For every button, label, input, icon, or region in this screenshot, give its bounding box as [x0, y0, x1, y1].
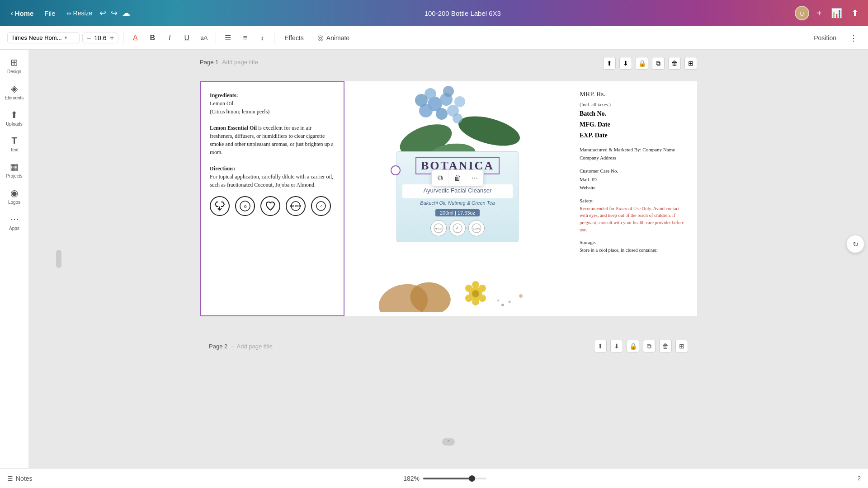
chevron-up-icon: ⌃ — [447, 440, 450, 445]
resize-label: Resize — [73, 9, 93, 17]
chevron-left-icon: ‹ — [11, 9, 13, 17]
zoom-slider-fill — [423, 478, 475, 479]
refresh-icon: ↻ — [853, 240, 859, 249]
file-label: File — [44, 9, 55, 17]
ingredients-text: Ingredients: Lemon Oil (Citrus limon; le… — [210, 91, 335, 189]
svg-point-30 — [472, 281, 479, 288]
page2-prev-button[interactable]: ⬆ — [594, 340, 607, 352]
bold-button[interactable]: B — [145, 31, 160, 45]
font-size-value: 10.6 — [94, 34, 107, 42]
storage-section: Storage: Store in a cool place, in close… — [580, 238, 688, 255]
citrus-line: (Citrus limon; lemon peels) — [210, 108, 335, 116]
sidebar-label-design: Design — [7, 69, 21, 74]
panel-resize-handle[interactable]: ⋮ — [56, 250, 61, 268]
customer-care: Customer Care No. — [580, 167, 688, 175]
float-more-button[interactable]: ··· — [466, 170, 483, 186]
page-1-add-title[interactable]: Add page title — [222, 59, 258, 66]
italic-button[interactable]: I — [162, 31, 177, 45]
page-2-controls: ⬆ ⬇ 🔒 ⧉ 🗑 ⊞ — [594, 340, 688, 352]
svg-point-39 — [497, 300, 499, 301]
underline-button[interactable]: U — [179, 31, 194, 45]
position-button[interactable]: Position — [808, 32, 842, 44]
page2-next-button[interactable]: ⬇ — [610, 340, 623, 352]
svg-point-31 — [479, 285, 486, 292]
animate-button[interactable]: ◎ Animate — [312, 31, 355, 44]
page-lock-button[interactable]: 🔒 — [636, 57, 648, 70]
text-color-button[interactable]: A — [128, 31, 142, 45]
logos-icon: ◉ — [10, 188, 18, 198]
center-panel[interactable]: ⧉ 🗑 ··· BOTANICA The Art of Ayurveda — [344, 81, 571, 316]
redo-button[interactable]: ↪ — [111, 8, 118, 18]
home-button[interactable]: ‹ Home — [7, 8, 37, 19]
collapse-handle[interactable]: ⌃ — [442, 438, 455, 446]
bottom-deco-svg — [358, 267, 557, 312]
mrp-text: MRP. Rs. — [580, 89, 688, 100]
page2-lock-button[interactable]: 🔒 — [627, 340, 639, 352]
recycle-badge-2: ♻ — [235, 196, 255, 216]
bottom-decoration — [358, 267, 557, 312]
safety-heading: Safety: — [580, 197, 688, 205]
lemon-oil-line: Lemon Oil — [210, 99, 335, 108]
float-delete-button[interactable]: 🗑 — [449, 170, 466, 186]
page2-expand-button[interactable]: ⊞ — [675, 340, 688, 352]
increase-font-button[interactable]: + — [108, 34, 115, 42]
decrease-font-button[interactable]: – — [85, 34, 92, 42]
canvas-area[interactable]: ⋮ Page 1 Add page title ⬆ ⬇ 🔒 ⧉ 🗑 ⊞ Ingr… — [29, 50, 868, 468]
rotation-handle[interactable] — [391, 165, 401, 177]
ingredients-panel[interactable]: Ingredients: Lemon Oil (Citrus limon; le… — [200, 81, 344, 316]
page-2-dash: - — [231, 343, 233, 350]
sidebar-item-apps[interactable]: ⋯ Apps — [2, 210, 27, 235]
product-name: Ayurvedic Facial Cleanser — [406, 187, 509, 194]
page2-copy-button[interactable]: ⧉ — [643, 340, 656, 352]
svg-text:U: U — [800, 11, 804, 17]
font-family-selector[interactable]: Times Neue Rom... ▼ — [7, 32, 80, 43]
page-2-add-title[interactable]: Add page title — [237, 343, 273, 350]
zoom-slider-thumb[interactable] — [469, 475, 475, 482]
sidebar-item-uploads[interactable]: ⬆ Uploads — [2, 106, 27, 130]
file-button[interactable]: File — [41, 8, 59, 19]
sidebar-item-text[interactable]: T Text — [2, 132, 27, 156]
zoom-slider-track[interactable] — [423, 478, 486, 479]
refresh-button[interactable]: ↻ — [846, 235, 864, 253]
sidebar-item-projects[interactable]: ▦ Projects — [2, 158, 27, 182]
float-copy-button[interactable]: ⧉ — [432, 170, 449, 186]
user-avatar[interactable]: U — [795, 6, 809, 20]
spacing-button[interactable]: ↕ — [255, 31, 269, 45]
right-panel: MRP. Rs. (Incl. all taxes.) Batch No. MF… — [571, 81, 697, 316]
sidebar-item-design[interactable]: ⊞ Design — [2, 53, 27, 78]
page-expand-button[interactable]: ⊞ — [684, 57, 697, 70]
page-prev-button[interactable]: ⬆ — [603, 57, 616, 70]
font-size-control: – 10.6 + — [82, 33, 118, 43]
sidebar-label-elements: Elements — [5, 95, 24, 100]
undo-button[interactable]: ↩ — [99, 8, 106, 18]
share-button[interactable]: ⬆ — [849, 6, 861, 20]
svg-point-35 — [472, 298, 479, 305]
page-copy-button[interactable]: ⧉ — [652, 57, 665, 70]
svg-point-32 — [465, 285, 472, 292]
directions-text: For topical application, carefully dilut… — [210, 173, 335, 189]
page-delete-button[interactable]: 🗑 — [668, 57, 681, 70]
home-label: Home — [15, 9, 34, 17]
company-address: Company Address — [580, 154, 688, 162]
svg-text:100%: 100% — [473, 227, 480, 230]
essential-oil-para: Lemon Essential Oil is excellent for use… — [210, 124, 335, 156]
design-icon: ⊞ — [10, 57, 18, 68]
analytics-icon[interactable]: 📊 — [829, 6, 844, 20]
case-toggle-button[interactable]: aA — [197, 31, 211, 45]
sidebar-label-uploads: Uploads — [6, 122, 23, 127]
notes-button[interactable]: ☰ Notes — [7, 475, 33, 482]
svg-point-33 — [479, 295, 486, 302]
sidebar-item-elements[interactable]: ◈ Elements — [2, 80, 27, 104]
more-options-button[interactable]: ⋮ — [846, 31, 861, 45]
list-button[interactable]: ≡ — [238, 31, 252, 45]
page2-delete-button[interactable]: 🗑 — [659, 340, 672, 352]
page-next-button[interactable]: ⬇ — [619, 57, 632, 70]
align-button[interactable]: ☰ — [221, 31, 235, 45]
apps-icon: ⋯ — [10, 214, 19, 225]
effects-button[interactable]: Effects — [279, 32, 309, 44]
resize-button[interactable]: ⇔ Resize — [63, 8, 96, 19]
bottle-label-card[interactable]: BOTANICA The Art of Ayurveda ↻ ✥ — [396, 151, 519, 242]
add-collaborator-button[interactable]: + — [815, 6, 824, 20]
label-ingredients: Bakuchi Oil, Nutmeg & Green Tea — [402, 200, 513, 206]
sidebar-item-logos[interactable]: ◉ Logos — [2, 184, 27, 208]
